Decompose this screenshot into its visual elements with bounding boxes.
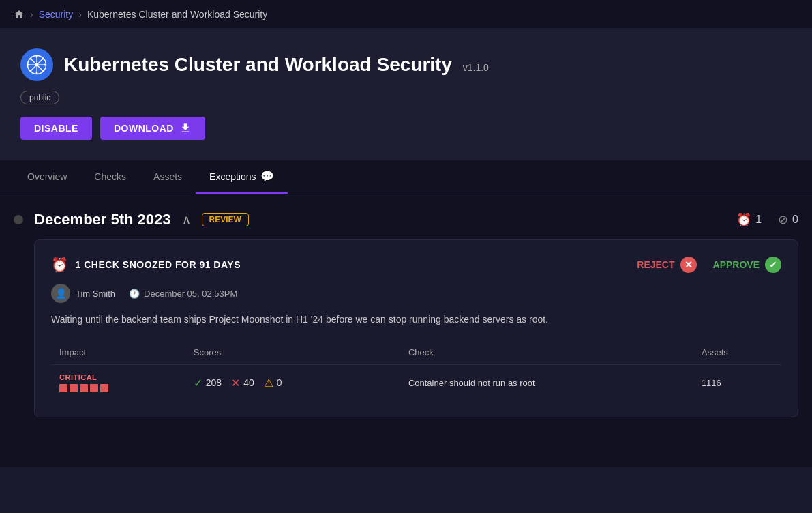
svg-point-13: [30, 70, 32, 72]
disable-button[interactable]: DISABLE: [20, 117, 92, 140]
blocked-counter: ⊘ 0: [778, 212, 798, 227]
snoozed-title: ⏰ 1 CHECK SNOOZED FOR 91 DAYS: [51, 256, 241, 273]
scores-cell: ✓ 208 ✕ 40 ⚠ 0: [185, 365, 400, 401]
impact-stars: [59, 384, 177, 392]
review-badge: REVIEW: [202, 213, 249, 226]
check-cell: Container should not run as root: [400, 365, 693, 401]
user-name: Tim Smith: [76, 289, 115, 299]
version-badge: v1.1.0: [463, 62, 489, 73]
page-title: Kubernetes Cluster and Workload Security…: [64, 54, 489, 76]
tabs-bar: Overview Checks Assets Exceptions 💬: [0, 160, 812, 194]
fail-icon: ✕: [231, 377, 240, 390]
star-3: [80, 384, 88, 392]
date-section: December 5th 2023 ∧ REVIEW ⏰ 1 ⊘ 0: [14, 211, 798, 229]
check-icon: ✓: [194, 377, 202, 390]
svg-point-6: [36, 56, 38, 58]
hero-buttons: DISABLE DOWNLOAD: [20, 117, 792, 140]
date-section-counters: ⏰ 1 ⊘ 0: [736, 212, 798, 227]
blocked-icon: ⊘: [778, 212, 788, 227]
main-content: December 5th 2023 ∧ REVIEW ⏰ 1 ⊘ 0 ⏰ 1 C…: [0, 194, 812, 467]
tab-checks[interactable]: Checks: [80, 160, 140, 194]
kubernetes-icon: [20, 48, 53, 81]
col-check: Check: [400, 340, 693, 365]
chevron-up-icon[interactable]: ∧: [182, 212, 191, 227]
hero-title-row: Kubernetes Cluster and Workload Security…: [20, 48, 792, 81]
score-warn: ⚠ 0: [264, 377, 282, 390]
timeline-dot: [14, 215, 23, 224]
snoozed-label: 1 CHECK SNOOZED FOR 91 DAYS: [76, 259, 241, 270]
date-title: December 5th 2023: [34, 211, 171, 229]
tab-overview[interactable]: Overview: [14, 160, 80, 194]
fail-count: 40: [243, 377, 254, 388]
exceptions-table: Impact Scores Check Assets CRITICAL: [51, 340, 781, 400]
tab-assets[interactable]: Assets: [140, 160, 196, 194]
star-5: [100, 384, 108, 392]
card-actions: REJECT ✕ APPROVE ✓: [637, 256, 781, 273]
exception-description: Waiting until the backend team ships Pro…: [51, 312, 781, 327]
svg-point-7: [36, 72, 38, 74]
clock-icon: 🕐: [129, 289, 140, 299]
timestamp-info: 🕐 December 05, 02:53PM: [129, 289, 237, 299]
score-fail: ✕ 40: [231, 377, 254, 390]
warn-icon: ⚠: [264, 377, 273, 390]
svg-point-8: [28, 64, 30, 66]
impact-cell: CRITICAL: [51, 365, 185, 401]
download-icon: [179, 122, 192, 134]
svg-point-5: [35, 63, 39, 67]
breadcrumb: › Security › Kubernetes Cluster and Work…: [0, 0, 812, 28]
snooze-counter: ⏰ 1: [736, 212, 762, 227]
home-icon[interactable]: [14, 8, 25, 20]
table-row: CRITICAL ✓ 208: [51, 365, 781, 401]
score-pass: ✓ 208: [194, 377, 222, 390]
chat-icon: 💬: [260, 170, 274, 183]
breadcrumb-current: Kubernetes Cluster and Workload Security: [87, 9, 267, 20]
card-header: ⏰ 1 CHECK SNOOZED FOR 91 DAYS REJECT ✕ A…: [51, 256, 781, 273]
user-info: 👤 Tim Smith: [51, 284, 115, 303]
breadcrumb-security[interactable]: Security: [39, 9, 74, 20]
breadcrumb-separator-2: ›: [78, 9, 82, 20]
star-2: [70, 384, 78, 392]
snooze-card-icon: ⏰: [51, 256, 69, 273]
tab-exceptions[interactable]: Exceptions 💬: [196, 160, 287, 194]
snooze-icon: ⏰: [736, 212, 751, 227]
svg-point-10: [30, 58, 32, 60]
pass-count: 208: [206, 377, 222, 388]
approve-label: APPROVE: [713, 259, 760, 270]
impact-label: CRITICAL: [59, 373, 177, 381]
warn-count: 0: [277, 377, 282, 388]
timestamp: December 05, 02:53PM: [144, 289, 237, 299]
approve-button[interactable]: APPROVE ✓: [713, 256, 781, 273]
assets-cell: 1116: [693, 365, 781, 401]
reject-label: REJECT: [637, 259, 674, 270]
svg-point-12: [42, 58, 44, 60]
star-4: [90, 384, 98, 392]
svg-point-9: [44, 64, 46, 66]
col-scores: Scores: [185, 340, 400, 365]
approve-check-icon: ✓: [765, 256, 781, 273]
download-button[interactable]: DOWNLOAD: [100, 117, 205, 140]
breadcrumb-separator: ›: [30, 9, 33, 20]
blocked-count: 0: [792, 214, 798, 226]
reject-button[interactable]: REJECT ✕: [637, 256, 696, 273]
col-assets: Assets: [693, 340, 781, 365]
scores-row: ✓ 208 ✕ 40 ⚠ 0: [194, 377, 392, 390]
visibility-badge: public: [20, 91, 59, 104]
hero-section: Kubernetes Cluster and Workload Security…: [0, 28, 812, 160]
col-impact: Impact: [51, 340, 185, 365]
svg-point-11: [42, 70, 44, 72]
meta-row: 👤 Tim Smith 🕐 December 05, 02:53PM: [51, 284, 781, 303]
snooze-count: 1: [755, 214, 762, 226]
exception-card: ⏰ 1 CHECK SNOOZED FOR 91 DAYS REJECT ✕ A…: [34, 239, 798, 417]
reject-x-icon: ✕: [680, 256, 697, 273]
avatar: 👤: [51, 284, 70, 303]
star-1: [59, 384, 67, 392]
